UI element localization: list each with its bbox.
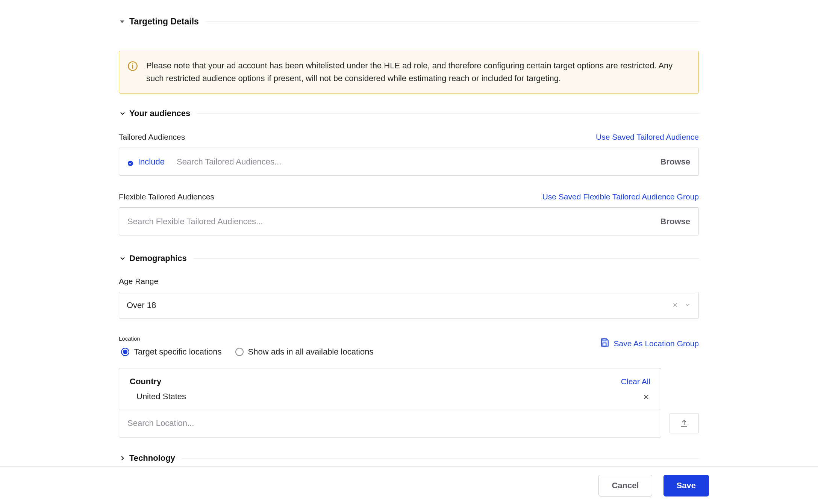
divider	[182, 458, 699, 459]
clear-all-link[interactable]: Clear All	[621, 377, 650, 386]
location-search-box[interactable]	[119, 409, 661, 438]
flexible-audiences-input-box[interactable]: Browse	[119, 207, 699, 235]
svg-rect-6	[603, 343, 606, 346]
svg-point-2	[132, 63, 133, 65]
divider	[194, 258, 699, 259]
svg-rect-5	[603, 339, 606, 341]
notice-text: Please note that your ad account has bee…	[146, 59, 689, 85]
divider	[206, 21, 699, 22]
radio-circle-icon	[235, 348, 244, 356]
country-name: United States	[136, 392, 186, 401]
radio-label: Target specific locations	[134, 347, 222, 357]
remove-country-button[interactable]	[643, 394, 650, 401]
chevron-right-icon	[119, 454, 126, 462]
age-range-value: Over 18	[127, 300, 156, 310]
chevron-down-icon	[119, 255, 126, 262]
cancel-button[interactable]: Cancel	[598, 475, 652, 496]
flexible-audiences-label: Flexible Tailored Audiences	[119, 192, 214, 201]
country-box: Country Clear All United States	[119, 368, 661, 409]
include-chip[interactable]: Include	[127, 157, 165, 167]
info-icon	[127, 61, 138, 71]
country-item: United States	[130, 392, 650, 401]
save-icon	[600, 338, 609, 349]
tailored-audiences-label: Tailored Audiences	[119, 133, 185, 142]
location-search-input[interactable]	[127, 418, 653, 428]
divider	[197, 113, 699, 114]
tailored-audiences-input-box[interactable]: Include Browse	[119, 148, 699, 176]
save-as-location-group-link[interactable]: Save As Location Group	[600, 338, 699, 349]
section-your-audiences[interactable]: Your audiences	[119, 109, 699, 118]
include-label: Include	[138, 157, 165, 167]
radio-circle-icon	[121, 348, 129, 356]
age-range-label: Age Range	[119, 277, 699, 286]
footer: Cancel Save	[0, 466, 818, 504]
chevron-down-icon	[684, 302, 691, 309]
clear-icon[interactable]	[672, 302, 678, 309]
upload-locations-button[interactable]	[670, 413, 699, 433]
check-badge-icon	[127, 159, 133, 165]
save-button[interactable]: Save	[663, 475, 709, 496]
country-title: Country	[130, 377, 161, 386]
radio-show-all[interactable]: Show ads in all available locations	[235, 347, 374, 357]
section-targeting-details[interactable]: Targeting Details	[119, 17, 699, 27]
use-saved-tailored-link[interactable]: Use Saved Tailored Audience	[596, 133, 699, 142]
section-title: Technology	[129, 453, 175, 463]
section-technology[interactable]: Technology	[119, 453, 699, 463]
caret-down-filled-icon	[119, 18, 126, 25]
whitelist-notice: Please note that your ad account has bee…	[119, 51, 699, 94]
section-title: Demographics	[129, 254, 187, 263]
location-label: Location	[119, 335, 373, 342]
age-range-select[interactable]: Over 18	[119, 292, 699, 319]
tailored-audiences-search-input[interactable]	[177, 157, 660, 167]
use-saved-flexible-link[interactable]: Use Saved Flexible Tailored Audience Gro…	[542, 192, 699, 201]
radio-label: Show ads in all available locations	[248, 347, 374, 357]
save-location-label: Save As Location Group	[614, 339, 699, 348]
browse-tailored-link[interactable]: Browse	[660, 157, 690, 167]
flexible-audiences-search-input[interactable]	[127, 217, 660, 226]
radio-target-specific[interactable]: Target specific locations	[121, 347, 222, 357]
section-demographics[interactable]: Demographics	[119, 254, 699, 263]
browse-flexible-link[interactable]: Browse	[660, 217, 690, 226]
chevron-down-icon	[119, 110, 126, 117]
section-title: Your audiences	[129, 109, 190, 118]
section-title: Targeting Details	[129, 17, 199, 27]
